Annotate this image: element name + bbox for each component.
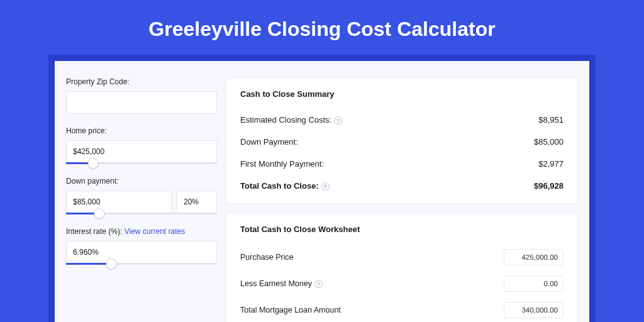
help-icon[interactable]: ? — [334, 116, 342, 125]
worksheet-row-label: Total Mortgage Loan Amount — [240, 306, 341, 314]
zip-input[interactable] — [66, 91, 217, 114]
worksheet-value-input[interactable] — [504, 275, 564, 292]
worksheet-row-label: Purchase Price — [240, 253, 294, 262]
field-interest: Interest rate (%): View current rates — [66, 227, 217, 265]
inputs-panel: Property Zip Code: Home price: Down paym… — [66, 77, 217, 322]
field-home-price: Home price: — [66, 126, 217, 164]
field-down-payment: Down payment: — [66, 177, 217, 214]
down-payment-pct-input[interactable] — [177, 191, 217, 213]
worksheet-card: Total Cash to Close Worksheet Purchase P… — [226, 213, 578, 322]
home-price-label: Home price: — [66, 126, 217, 135]
interest-label-text: Interest rate (%): — [66, 227, 125, 236]
field-zip: Property Zip Code: — [66, 77, 217, 114]
summary-row-value: $85,000 — [534, 137, 564, 147]
slider-thumb[interactable] — [106, 258, 117, 269]
worksheet-row-label: Less Earnest Money? — [240, 279, 323, 288]
summary-total-row: Total Cash to Close:? $96,928 — [240, 175, 564, 197]
summary-row: Down Payment:$85,000 — [240, 131, 564, 153]
worksheet-row: Total Mortgage Loan Amount — [240, 297, 564, 322]
down-payment-slider[interactable] — [66, 213, 217, 214]
view-rates-link[interactable]: View current rates — [125, 227, 186, 236]
summary-row: Estimated Closing Costs:?$8,951 — [240, 109, 564, 131]
summary-row-label: Estimated Closing Costs:? — [240, 115, 342, 125]
worksheet-value-input[interactable] — [504, 302, 564, 318]
summary-row-value: $2,977 — [538, 159, 564, 169]
home-price-slider[interactable] — [66, 162, 217, 164]
summary-row-label: First Monthly Payment: — [240, 159, 324, 169]
summary-row: First Monthly Payment:$2,977 — [240, 153, 564, 175]
slider-thumb[interactable] — [88, 158, 99, 169]
interest-label: Interest rate (%): View current rates — [66, 227, 217, 236]
summary-row-value: $8,951 — [538, 115, 564, 125]
worksheet-row: Less Earnest Money? — [240, 270, 564, 297]
worksheet-value-input[interactable] — [504, 249, 564, 265]
worksheet-row: Purchase Price — [240, 244, 564, 270]
down-payment-label: Down payment: — [66, 177, 217, 186]
page-title: Greeleyville Closing Cost Calculator — [0, 0, 644, 55]
summary-total-label: Total Cash to Close:? — [240, 181, 330, 191]
help-icon[interactable]: ? — [314, 280, 323, 288]
help-icon[interactable]: ? — [321, 182, 330, 191]
zip-label: Property Zip Code: — [66, 77, 217, 86]
interest-input[interactable] — [66, 241, 217, 264]
interest-slider[interactable] — [66, 263, 217, 265]
summary-total-value: $96,928 — [534, 181, 564, 191]
worksheet-heading: Total Cash to Close Worksheet — [240, 225, 564, 234]
summary-heading: Cash to Close Summary — [240, 89, 564, 99]
summary-row-label: Down Payment: — [240, 137, 298, 147]
down-payment-input[interactable] — [66, 191, 172, 213]
summary-card: Cash to Close Summary Estimated Closing … — [226, 77, 578, 204]
slider-thumb[interactable] — [94, 208, 104, 219]
calculator-app: Property Zip Code: Home price: Down paym… — [55, 61, 589, 322]
results-panel: Cash to Close Summary Estimated Closing … — [226, 77, 578, 322]
calculator-shadow: Property Zip Code: Home price: Down paym… — [48, 55, 596, 322]
